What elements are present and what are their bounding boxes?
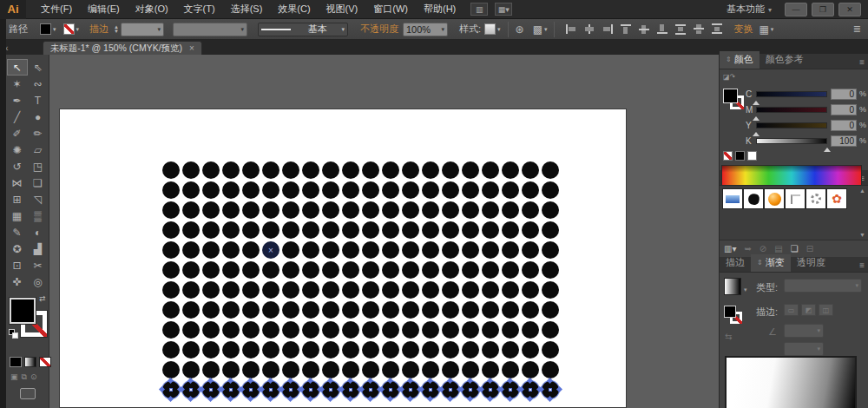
canvas-dot[interactable] (262, 221, 279, 239)
workspace-switcher[interactable]: 基本功能▾ (727, 3, 772, 16)
canvas-dot[interactable] (382, 181, 399, 199)
canvas-dot[interactable] (502, 301, 519, 319)
canvas-dot[interactable] (342, 241, 359, 259)
canvas-dot[interactable] (522, 341, 539, 359)
canvas-dot[interactable] (402, 301, 419, 319)
canvas-dot[interactable] (342, 261, 359, 279)
canvas-dot[interactable] (402, 221, 419, 239)
canvas-dot[interactable] (342, 221, 359, 239)
canvas-dot[interactable] (362, 301, 379, 319)
canvas-dot[interactable] (422, 241, 439, 259)
close-tab-icon[interactable]: × (189, 43, 194, 53)
canvas-dot[interactable] (302, 241, 319, 259)
tab-color-active[interactable]: ⇕颜色 (720, 51, 760, 69)
canvas-dot[interactable] (462, 381, 479, 398)
channel-slider-thumb[interactable] (824, 144, 831, 152)
canvas-dot[interactable] (222, 201, 240, 219)
canvas-dot[interactable] (422, 201, 439, 219)
canvas-dot[interactable] (302, 301, 319, 319)
canvas-dot[interactable] (382, 301, 399, 319)
canvas-dot[interactable] (482, 201, 499, 219)
blob-brush-tool[interactable]: ✺ (7, 141, 28, 158)
canvas-dot[interactable] (522, 381, 539, 398)
canvas-dot[interactable] (402, 321, 419, 339)
canvas-dot[interactable] (382, 281, 399, 299)
tab-gradient-tab[interactable]: 描边 (720, 254, 751, 272)
type-tool[interactable]: T (28, 92, 49, 109)
canvas-dot[interactable] (282, 281, 299, 299)
canvas-dot[interactable] (282, 321, 299, 339)
canvas-dot[interactable] (242, 261, 260, 279)
canvas-dot[interactable] (202, 321, 220, 339)
channel-value[interactable]: 0 (831, 89, 857, 100)
canvas-dot[interactable] (402, 201, 419, 219)
canvas-dot[interactable] (522, 261, 539, 279)
canvas-dot[interactable] (222, 181, 240, 199)
artboard-tool[interactable]: ⊡ (7, 257, 28, 273)
chevron-down-icon[interactable]: ▾ (744, 286, 747, 293)
canvas-dot[interactable] (382, 221, 399, 239)
canvas-dot[interactable] (502, 341, 519, 359)
tab-gradient-tab[interactable]: 透明度 (791, 254, 832, 272)
vertical-distribute-top-icon[interactable] (674, 23, 687, 35)
stroke-weight-stepper[interactable]: ▲▼ (114, 25, 119, 34)
hand-tool[interactable]: ✜ (7, 273, 28, 290)
canvas-dot[interactable] (262, 341, 279, 359)
canvas-dot[interactable] (302, 181, 319, 199)
canvas-dot[interactable] (522, 301, 539, 319)
artboard[interactable] (59, 109, 627, 408)
canvas-dot[interactable] (382, 201, 399, 219)
canvas-dot[interactable] (482, 381, 499, 398)
vertical-align-top-icon[interactable] (620, 23, 632, 35)
canvas-dot[interactable] (162, 241, 180, 259)
horizontal-align-left-icon[interactable] (565, 23, 577, 35)
recolor-artwork-icon[interactable]: ⊛ (516, 23, 524, 36)
canvas-dot[interactable] (462, 241, 479, 259)
canvas-dot[interactable] (462, 361, 479, 378)
canvas-dot[interactable] (162, 261, 180, 279)
canvas-dot[interactable] (162, 341, 180, 359)
canvas-dot[interactable] (362, 341, 379, 359)
canvas-dot[interactable] (282, 341, 299, 359)
blend-tool[interactable]: ◐ (28, 224, 49, 240)
default-fill-stroke-icon[interactable] (9, 329, 19, 339)
opacity-link[interactable]: 不透明度 (360, 23, 398, 36)
canvas-dot[interactable] (302, 381, 319, 398)
canvas-dot[interactable] (402, 261, 419, 279)
canvas-dot[interactable] (322, 201, 339, 219)
brush-definition-dropdown[interactable]: 基本 ▾ (258, 23, 348, 36)
stroke-weight-dropdown[interactable]: ▾ (121, 23, 164, 36)
eyedropper-tool[interactable]: ✎ (7, 224, 28, 240)
stroke-swatch[interactable] (63, 23, 75, 35)
transform-link[interactable]: 变换 (733, 23, 753, 36)
canvas-dot[interactable] (482, 221, 499, 239)
canvas-dot[interactable] (502, 281, 519, 299)
canvas-dot[interactable] (362, 181, 379, 199)
canvas-dot[interactable] (242, 281, 260, 299)
canvas-dot[interactable] (362, 321, 379, 339)
canvas-dot[interactable] (462, 281, 479, 299)
column-graph-tool[interactable]: ▟ (28, 240, 49, 257)
canvas-dot[interactable] (422, 161, 439, 179)
canvas-dot[interactable] (222, 281, 240, 299)
canvas-dot[interactable] (202, 361, 220, 378)
canvas-dot[interactable] (462, 221, 479, 239)
canvas-dot[interactable] (322, 381, 339, 398)
canvas-dot[interactable] (462, 301, 479, 319)
menu-item[interactable]: 选择(S) (223, 0, 271, 18)
canvas-dot[interactable] (222, 301, 240, 319)
canvas-dot[interactable] (222, 361, 240, 378)
shape-builder-tool[interactable]: ⊞ (7, 191, 28, 207)
canvas-dot[interactable] (162, 221, 180, 239)
symbol-ink-splat[interactable] (744, 189, 763, 208)
canvas-dot[interactable] (522, 321, 539, 339)
canvas-dot[interactable] (282, 241, 299, 259)
ellipse-tool[interactable]: ● (28, 109, 49, 125)
canvas-dot[interactable] (442, 361, 459, 378)
fill-swatch[interactable] (40, 23, 51, 35)
canvas-dot[interactable] (302, 361, 319, 378)
stroke-panel-link[interactable]: 描边 (89, 23, 108, 36)
canvas-dot[interactable] (382, 241, 399, 259)
canvas-dot[interactable] (482, 261, 499, 279)
black-swatch[interactable] (735, 151, 745, 161)
